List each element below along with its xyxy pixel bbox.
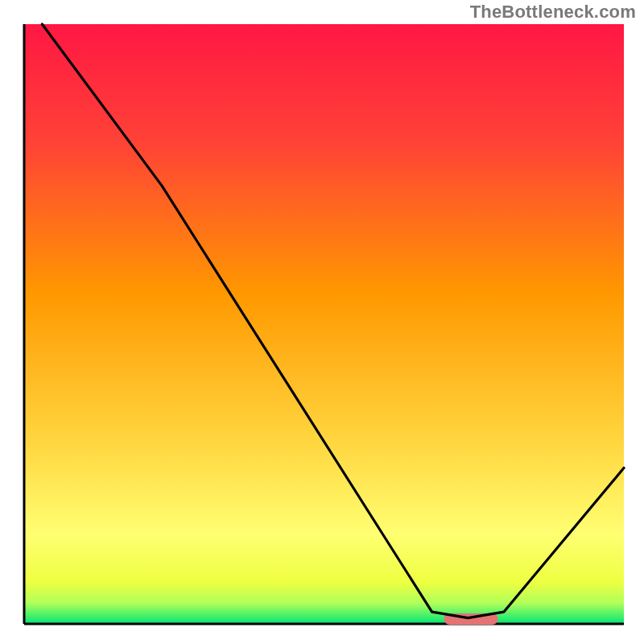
watermark-text: TheBottleneck.com	[470, 2, 636, 23]
plot-background	[24, 24, 624, 624]
bottleneck-chart	[0, 0, 644, 644]
